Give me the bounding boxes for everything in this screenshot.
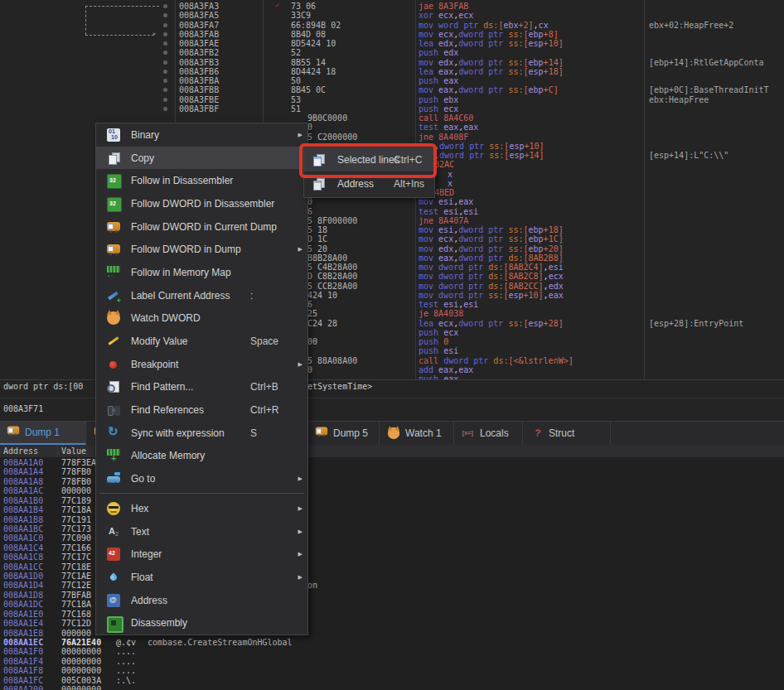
menu-item-label: Find Pattern... bbox=[131, 381, 193, 393]
menu-item-follow-dword-in-dump[interactable]: Follow DWORD in Dump▶ bbox=[96, 238, 307, 261]
disasm-instruction: push edx bbox=[419, 48, 458, 57]
disasm-address: 008A3FA3 bbox=[179, 2, 219, 11]
tab-dump-5[interactable]: Dump 5 bbox=[308, 422, 380, 445]
dump-address: 008AA1A4 bbox=[3, 467, 43, 476]
menu-item-label: Binary bbox=[131, 129, 159, 141]
disasm-row[interactable]: 008A3FB68D4424 18lea eax,dword ptr ss:[e… bbox=[0, 67, 784, 77]
menu-item-breakpoint[interactable]: Breakpoint▶ bbox=[96, 353, 307, 376]
disasm-row[interactable]: 008A3FBB8B45 0Cmov eax,dword ptr ss:[ebp… bbox=[0, 85, 784, 95]
menu-item-hex[interactable]: Hex▶ bbox=[96, 497, 307, 520]
dump-row[interactable]: 008AA20000000000.... bbox=[0, 685, 784, 690]
dump-address: 008AA1CC bbox=[3, 562, 43, 572]
tab-label: Locals bbox=[480, 427, 509, 439]
dump-address: 008AA1BC bbox=[3, 524, 43, 533]
menu-item-binary[interactable]: Binary▶ bbox=[96, 123, 307, 147]
tab-dump-1[interactable]: Dump 1 bbox=[0, 422, 86, 445]
menu-item-find-pattern[interactable]: Find Pattern...Ctrl+B bbox=[96, 376, 307, 399]
menu-item-address[interactable]: Address bbox=[96, 589, 307, 612]
menu-item-follow-in-memory-map[interactable]: Follow in Memory Map bbox=[96, 261, 307, 284]
dump-ascii: .... bbox=[116, 657, 136, 666]
disasm-instruction: push esi bbox=[419, 346, 458, 355]
menu-item-shortcut: : bbox=[250, 290, 253, 302]
disasm-instruction: test esi,esi bbox=[419, 300, 478, 309]
tab-label: Watch 1 bbox=[405, 427, 442, 439]
disasm-address: 008A3FA7 bbox=[179, 21, 219, 30]
dump-address: 008AA1B4 bbox=[3, 505, 43, 514]
menu-item-go-to[interactable]: Go to▶ bbox=[96, 467, 307, 490]
disasm-instruction: call 8A4C60 bbox=[419, 113, 473, 123]
menu-item-label: Follow DWORD in Disassembler bbox=[131, 198, 274, 210]
disasm-instruction: add eax,eax bbox=[419, 365, 473, 374]
menu-item-label: Integer bbox=[131, 548, 162, 560]
disasm-instruction: mov dword ptr ds:[8AB2C4],esi bbox=[419, 263, 564, 272]
tab-struct[interactable]: Struct bbox=[524, 422, 611, 445]
disasm-instruction: lea edx,dword ptr ss:[esp+10] bbox=[419, 39, 564, 48]
disasm-comment: [esp+28]:EntryPoint bbox=[649, 319, 743, 328]
menu-item-allocate-memory[interactable]: Allocate Memory bbox=[96, 445, 307, 468]
disasm-bytes: 73 06 bbox=[291, 2, 316, 11]
disasm-bytes: 53 bbox=[291, 95, 301, 104]
menu-item-label: Watch DWORD bbox=[131, 312, 201, 324]
disasm-address: 008A3FBE bbox=[179, 95, 219, 104]
allocate-memory-icon bbox=[107, 449, 120, 456]
disasm-instruction: mov edx,dword ptr ss:[ebp+14] bbox=[419, 58, 564, 67]
menu-item-sync-with-expression[interactable]: Sync with expressionS bbox=[96, 422, 307, 445]
disasm-instruction: jne 8A407A bbox=[419, 216, 468, 225]
disasm-bytes: 8B45 0C bbox=[291, 85, 326, 94]
dump-row[interactable]: 008AA1EC76A21E40@.¢vcombase.CreateStream… bbox=[0, 638, 784, 648]
disasm-row[interactable]: ✓008A3FA373 06jae 8A3FAB bbox=[0, 2, 784, 12]
dump-ascii: .... bbox=[116, 685, 136, 690]
menu-item-watch-dword[interactable]: Watch DWORD bbox=[96, 307, 307, 331]
disasm-row[interactable]: 008A3FBF51push ecx bbox=[0, 104, 784, 114]
tab-label: Dump 1 bbox=[25, 427, 60, 438]
menu-item-copy[interactable]: Copy bbox=[96, 147, 307, 170]
disasm-row[interactable]: 008A3FAB8B4D 08mov ecx,dword ptr ss:[ebp… bbox=[0, 30, 784, 40]
menu-item-label: Text bbox=[131, 526, 149, 538]
integer-icon bbox=[107, 548, 120, 561]
dump-address: 008AA1C0 bbox=[3, 533, 43, 543]
dump-row[interactable]: 008AA1F000000000.... bbox=[0, 647, 784, 657]
menu-item-float[interactable]: Float▶ bbox=[96, 566, 307, 589]
dump-row[interactable]: 008AA1F800000000.... bbox=[0, 666, 784, 676]
disasm-row[interactable]: 008A3FBE53push ebxebx:HeapFree bbox=[0, 95, 784, 105]
dump-address: 008AA1F0 bbox=[3, 647, 43, 656]
menu-item-modify-value[interactable]: Modify ValueSpace bbox=[96, 330, 307, 353]
dump-row[interactable]: 008AA1F400000000.... bbox=[0, 657, 784, 667]
chip32-icon bbox=[107, 197, 122, 212]
menu-item-label: Follow in Memory Map bbox=[131, 267, 231, 278]
disasm-row[interactable]: 008A3FA766:894B 02mov word ptr ds:[ebx+2… bbox=[0, 21, 784, 31]
menu-item-follow-in-disassembler[interactable]: Follow in Disassembler bbox=[96, 169, 307, 192]
tab-watch-1[interactable]: Watch 1 bbox=[380, 422, 454, 445]
tab-locals[interactable]: Locals bbox=[455, 422, 523, 445]
menu-item-label: Modify Value bbox=[131, 335, 187, 347]
dump-row[interactable]: 008AA1FC005C003A:.\. bbox=[0, 676, 784, 686]
menu-item-label-current-address[interactable]: Label Current Address: bbox=[96, 284, 307, 307]
dump-truck-icon bbox=[107, 244, 120, 253]
disasm-row[interactable]: 008A3FBA50push eax bbox=[0, 76, 784, 86]
menu-item-integer[interactable]: Integer▶ bbox=[96, 543, 307, 566]
menu-item-follow-dword-in-current-dump[interactable]: Follow DWORD in Current Dump bbox=[96, 215, 307, 239]
dump-address: 008AA1F4 bbox=[3, 657, 43, 666]
disasm-row[interactable]: 008A3FB252push edx bbox=[0, 48, 784, 58]
breakpoint-dot-icon bbox=[163, 4, 167, 8]
disasm-row[interactable]: 008A3FA533C9xor ecx,ecx bbox=[0, 11, 784, 21]
menu-item-shortcut: Ctrl+R bbox=[250, 404, 278, 416]
disasm-row[interactable]: 008A3FAE8D5424 10lea edx,dword ptr ss:[e… bbox=[0, 39, 784, 49]
menu-item-disassembly[interactable]: Disassembly bbox=[96, 611, 307, 635]
menu-item-text[interactable]: Text▶ bbox=[96, 520, 307, 543]
breakpoint-dot-icon bbox=[163, 23, 167, 27]
dump-value: 77C18A bbox=[61, 600, 91, 609]
menu-item-follow-dword-in-disassembler[interactable]: Follow DWORD in Disassembler bbox=[96, 192, 307, 215]
breakpoint-dot-icon bbox=[163, 79, 167, 83]
disasm-bytes-fragment: D C8B28A00 bbox=[307, 272, 357, 281]
disasm-bytes: 66:894B 02 bbox=[291, 21, 341, 30]
dump-value: 000000 bbox=[61, 486, 91, 495]
menu-item-find-references[interactable]: Find ReferencesCtrl+R bbox=[96, 398, 307, 422]
dump-value: 77BFAB bbox=[61, 591, 91, 600]
watch-fox-icon bbox=[107, 311, 120, 325]
disasm-row[interactable]: 008A3FB38B55 14mov edx,dword ptr ss:[ebp… bbox=[0, 58, 784, 68]
binary-icon bbox=[107, 128, 120, 142]
breakpoint-dot-icon bbox=[163, 107, 167, 111]
disasm-address: 008A3FB6 bbox=[179, 67, 219, 76]
disasm-instruction: jne 8A408F bbox=[419, 133, 468, 142]
